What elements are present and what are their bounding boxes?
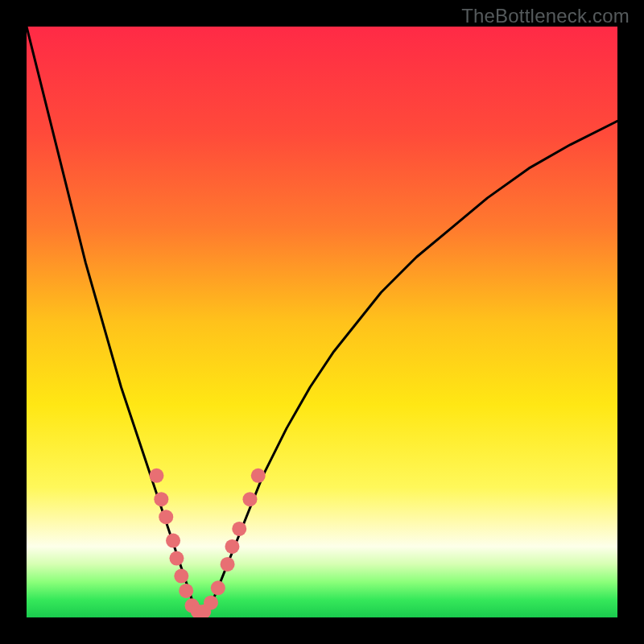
sample-dot <box>149 469 163 483</box>
sample-dot <box>159 510 173 524</box>
sample-dot <box>232 522 246 536</box>
gradient-background <box>27 27 617 617</box>
plot-svg <box>27 27 617 617</box>
sample-dot <box>166 534 180 548</box>
plot-area <box>27 27 617 617</box>
sample-dot <box>204 596 218 610</box>
sample-dot <box>211 580 225 595</box>
sample-dot <box>242 492 257 506</box>
chart-frame: TheBottleneck.com <box>0 0 644 644</box>
sample-dot <box>221 557 235 572</box>
sample-dot <box>179 584 193 598</box>
sample-dot <box>251 469 266 483</box>
sample-dot <box>225 539 239 554</box>
sample-dot <box>154 492 168 506</box>
watermark-text: TheBottleneck.com <box>461 5 630 27</box>
sample-dot <box>169 551 184 566</box>
sample-dot <box>174 569 188 584</box>
